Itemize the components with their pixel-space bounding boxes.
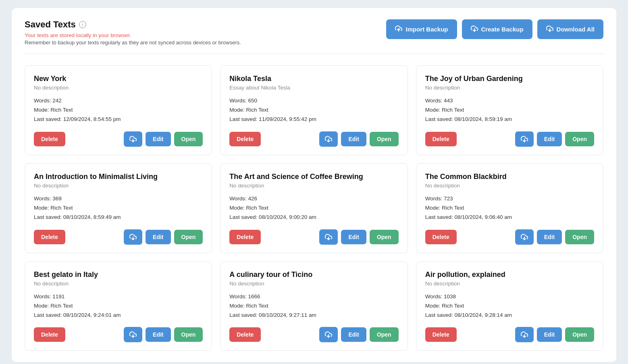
header-title-row: Saved Texts i xyxy=(25,19,241,30)
download-button[interactable] xyxy=(124,131,142,147)
card-title: The Common Blackbird xyxy=(425,173,594,181)
download-button[interactable] xyxy=(319,229,338,245)
card-actions: Delete Edit Open xyxy=(229,229,398,245)
card-item: Nikola Tesla Essay about Nikola Tesla Wo… xyxy=(220,65,408,155)
delete-button[interactable]: Delete xyxy=(229,327,261,342)
download-button[interactable] xyxy=(124,327,142,342)
download-button[interactable] xyxy=(515,327,534,342)
delete-button[interactable]: Delete xyxy=(229,230,261,244)
card-item: New York No description Words: 242 Mode:… xyxy=(25,65,212,155)
import-backup-label: Import Backup xyxy=(405,26,448,33)
card-meta: Words: 426 Mode: Rich Text Last saved: 0… xyxy=(229,194,398,222)
download-icon xyxy=(521,233,528,241)
download-button[interactable] xyxy=(319,327,338,342)
page-title: Saved Texts xyxy=(25,19,76,30)
open-button[interactable]: Open xyxy=(565,132,594,146)
card-item: The Common Blackbird No description Word… xyxy=(416,163,603,253)
card-title: A culinary tour of Ticino xyxy=(229,270,398,279)
cards-grid: New York No description Words: 242 Mode:… xyxy=(25,65,603,351)
card-item: Air pollution, explained No description … xyxy=(416,261,603,351)
card-meta: Words: 650 Mode: Rich Text Last saved: 1… xyxy=(229,96,398,124)
card-actions: Delete Edit Open xyxy=(425,131,594,147)
delete-button[interactable]: Delete xyxy=(425,132,457,146)
card-description: No description xyxy=(425,183,594,189)
edit-button[interactable]: Edit xyxy=(341,327,366,342)
warning-text: Your texts are stored locally in your br… xyxy=(25,32,241,38)
card-title: Air pollution, explained xyxy=(425,270,594,279)
download-all-label: Download All xyxy=(557,26,595,33)
delete-button[interactable]: Delete xyxy=(425,230,457,244)
card-description: No description xyxy=(229,281,398,287)
card-meta: Words: 1038 Mode: Rich Text Last saved: … xyxy=(425,292,594,320)
card-meta: Words: 1666 Mode: Rich Text Last saved: … xyxy=(229,292,398,320)
delete-button[interactable]: Delete xyxy=(34,132,65,146)
card-item: The Art and Science of Coffee Brewing No… xyxy=(220,163,408,253)
download-all-icon xyxy=(546,25,553,33)
delete-button[interactable]: Delete xyxy=(34,230,65,244)
download-button[interactable] xyxy=(515,229,534,245)
edit-button[interactable]: Edit xyxy=(341,230,366,244)
edit-button[interactable]: Edit xyxy=(537,230,562,244)
download-icon xyxy=(129,233,137,241)
card-actions: Delete Edit Open xyxy=(229,131,398,147)
open-button[interactable]: Open xyxy=(370,132,399,146)
card-item: The Joy of Urban Gardening No descriptio… xyxy=(416,65,603,155)
download-all-button[interactable]: Download All xyxy=(537,19,603,39)
open-button[interactable]: Open xyxy=(174,230,203,244)
open-button[interactable]: Open xyxy=(370,230,399,244)
open-button[interactable]: Open xyxy=(370,327,399,342)
card-title: The Art and Science of Coffee Brewing xyxy=(229,173,398,181)
card-meta: Words: 1191 Mode: Rich Text Last saved: … xyxy=(34,292,203,320)
download-icon xyxy=(521,135,528,143)
download-button[interactable] xyxy=(515,131,534,147)
card-actions: Delete Edit Open xyxy=(425,229,594,245)
card-meta: Words: 443 Mode: Rich Text Last saved: 0… xyxy=(425,96,594,124)
card-title: New York xyxy=(34,75,203,83)
download-icon xyxy=(129,331,137,338)
edit-button[interactable]: Edit xyxy=(537,327,562,342)
card-description: No description xyxy=(425,281,594,287)
edit-button[interactable]: Edit xyxy=(146,327,171,342)
card-actions: Delete Edit Open xyxy=(34,327,203,342)
card-meta: Words: 369 Mode: Rich Text Last saved: 0… xyxy=(34,194,203,222)
create-download-icon xyxy=(471,25,478,33)
delete-button[interactable]: Delete xyxy=(229,132,261,146)
card-title: An Introduction to Minimalist Living xyxy=(34,173,203,181)
card-description: No description xyxy=(34,85,203,91)
header-buttons: Import Backup Create Backup xyxy=(386,19,603,39)
download-button[interactable] xyxy=(124,229,142,245)
card-meta: Words: 723 Mode: Rich Text Last saved: 0… xyxy=(425,194,594,222)
info-text: Remember to backup your texts regularly … xyxy=(25,40,241,46)
header: Saved Texts i Your texts are stored loca… xyxy=(25,19,603,54)
create-backup-button[interactable]: Create Backup xyxy=(462,19,532,39)
card-description: No description xyxy=(34,281,203,287)
page-container: Saved Texts i Your texts are stored loca… xyxy=(12,8,616,362)
card-description: Essay about Nikola Tesla xyxy=(229,85,398,91)
download-icon xyxy=(325,135,332,143)
delete-button[interactable]: Delete xyxy=(34,327,65,342)
download-icon xyxy=(325,233,332,241)
card-actions: Delete Edit Open xyxy=(34,131,203,147)
card-description: No description xyxy=(34,183,203,189)
open-button[interactable]: Open xyxy=(174,132,203,146)
info-icon[interactable]: i xyxy=(79,21,86,28)
card-title: The Joy of Urban Gardening xyxy=(425,75,594,83)
edit-button[interactable]: Edit xyxy=(146,230,171,244)
download-button[interactable] xyxy=(319,131,338,147)
edit-button[interactable]: Edit xyxy=(146,132,171,146)
create-backup-label: Create Backup xyxy=(481,26,524,33)
card-title: Best gelato in Italy xyxy=(34,270,203,279)
edit-button[interactable]: Edit xyxy=(537,132,562,146)
card-title: Nikola Tesla xyxy=(229,75,398,83)
import-backup-button[interactable]: Import Backup xyxy=(386,19,457,39)
edit-button[interactable]: Edit xyxy=(341,132,366,146)
card-description: No description xyxy=(425,85,594,91)
card-item: An Introduction to Minimalist Living No … xyxy=(25,163,212,253)
open-button[interactable]: Open xyxy=(565,327,594,342)
delete-button[interactable]: Delete xyxy=(425,327,457,342)
card-actions: Delete Edit Open xyxy=(425,327,594,342)
open-button[interactable]: Open xyxy=(565,230,594,244)
header-left: Saved Texts i Your texts are stored loca… xyxy=(25,19,241,46)
open-button[interactable]: Open xyxy=(174,327,203,342)
card-actions: Delete Edit Open xyxy=(34,229,203,245)
